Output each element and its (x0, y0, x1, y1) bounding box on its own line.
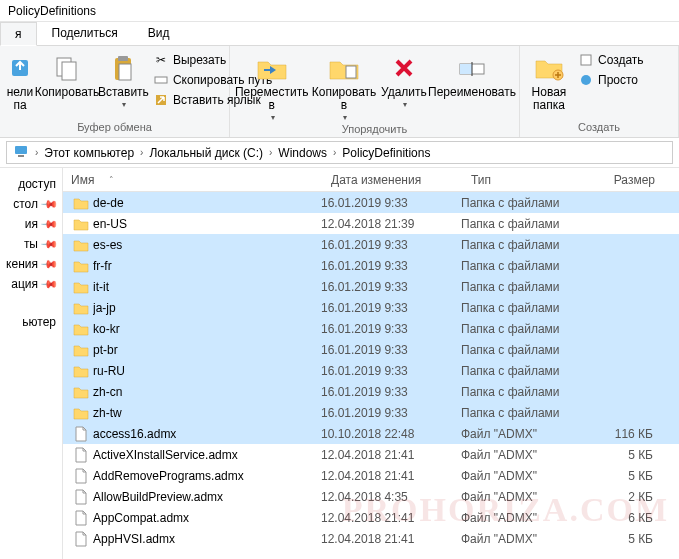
svg-rect-16 (18, 155, 24, 157)
file-type: Папка с файлами (461, 385, 591, 399)
crumb-2[interactable]: Windows (274, 146, 331, 160)
folder-row[interactable]: zh-tw16.01.2019 9:33Папка с файлами (63, 402, 679, 423)
copy-to-button[interactable]: Копировать в▾ (309, 48, 379, 123)
file-icon (73, 447, 89, 463)
breadcrumb[interactable]: › Этот компьютер › Локальный диск (C:) ›… (6, 141, 673, 164)
file-name: zh-tw (93, 406, 321, 420)
folder-row[interactable]: de-de16.01.2019 9:33Папка с файлами (63, 192, 679, 213)
file-icon (73, 489, 89, 505)
file-date: 16.01.2019 9:33 (321, 196, 461, 210)
file-row[interactable]: ActiveXInstallService.admx12.04.2018 21:… (63, 444, 679, 465)
file-date: 12.04.2018 21:41 (321, 511, 461, 525)
sort-asc-icon: ˄ (109, 175, 114, 185)
file-name: ko-kr (93, 322, 321, 336)
folder-row[interactable]: es-es16.01.2019 9:33Папка с файлами (63, 234, 679, 255)
file-name: zh-cn (93, 385, 321, 399)
col-size[interactable]: Размер (593, 173, 663, 187)
file-row[interactable]: AppCompat.admx12.04.2018 21:41Файл "ADMX… (63, 507, 679, 528)
chevron-right-icon[interactable]: › (138, 147, 145, 158)
file-row[interactable]: AppHVSI.admx12.04.2018 21:41Файл "ADMX"5… (63, 528, 679, 549)
nav-sidebar: доступ стол📌ия📌ты📌кения📌ация📌 ьютер (0, 168, 63, 559)
titlebar: PolicyDefinitions (0, 0, 679, 22)
file-type: Папка с файлами (461, 280, 591, 294)
pin-icon (4, 52, 36, 84)
folder-icon (73, 405, 89, 421)
folder-icon (73, 237, 89, 253)
folder-icon (73, 384, 89, 400)
crumb-0[interactable]: Этот компьютер (40, 146, 138, 160)
svg-rect-13 (581, 55, 591, 65)
sidebar-item[interactable]: ация📌 (0, 274, 62, 294)
new-item-icon (578, 52, 594, 68)
new-folder-button[interactable]: Новая папка (524, 48, 574, 112)
rename-icon (456, 52, 488, 84)
file-type: Файл "ADMX" (461, 448, 591, 462)
file-type: Папка с файлами (461, 406, 591, 420)
file-icon (73, 468, 89, 484)
col-name[interactable]: Имя ˄ (63, 173, 323, 187)
file-date: 12.04.2018 21:41 (321, 469, 461, 483)
file-list: Имя ˄ Дата изменения Тип Размер de-de16.… (63, 168, 679, 559)
file-name: ja-jp (93, 301, 321, 315)
quick-access-label[interactable]: доступ (0, 174, 62, 194)
file-date: 16.01.2019 9:33 (321, 406, 461, 420)
crumb-1[interactable]: Локальный диск (C:) (145, 146, 267, 160)
sidebar-item[interactable]: ия📌 (0, 214, 62, 234)
delete-button[interactable]: Удалить▾ (379, 48, 429, 110)
svg-rect-5 (119, 64, 131, 80)
folder-icon (73, 342, 89, 358)
this-pc-label[interactable]: ьютер (0, 312, 62, 332)
tab-home[interactable]: я (0, 22, 37, 46)
folder-row[interactable]: ko-kr16.01.2019 9:33Папка с файлами (63, 318, 679, 339)
file-type: Папка с файлами (461, 217, 591, 231)
file-size: 116 КБ (591, 427, 661, 441)
copy-button[interactable]: Копировать (36, 48, 98, 99)
svg-rect-8 (346, 66, 356, 78)
file-row[interactable]: access16.admx10.10.2018 22:48Файл "ADMX"… (63, 423, 679, 444)
crumb-3[interactable]: PolicyDefinitions (338, 146, 434, 160)
chevron-right-icon[interactable]: › (331, 147, 338, 158)
folder-row[interactable]: zh-cn16.01.2019 9:33Папка с файлами (63, 381, 679, 402)
folder-row[interactable]: ru-RU16.01.2019 9:33Папка с файлами (63, 360, 679, 381)
file-name: AppCompat.admx (93, 511, 321, 525)
file-type: Папка с файлами (461, 196, 591, 210)
shortcut-icon (153, 92, 169, 108)
copy-icon (51, 52, 83, 84)
tab-view[interactable]: Вид (133, 21, 185, 45)
file-date: 16.01.2019 9:33 (321, 238, 461, 252)
chevron-right-icon[interactable]: › (267, 147, 274, 158)
folder-row[interactable]: en-US12.04.2018 21:39Папка с файлами (63, 213, 679, 234)
rename-button[interactable]: Переименовать (429, 48, 515, 99)
sidebar-item[interactable]: кения📌 (0, 254, 62, 274)
col-date[interactable]: Дата изменения (323, 173, 463, 187)
folder-row[interactable]: fr-fr16.01.2019 9:33Папка с файлами (63, 255, 679, 276)
path-icon (153, 72, 169, 88)
sidebar-item[interactable]: ты📌 (0, 234, 62, 254)
new-item-button[interactable]: Создать (574, 50, 648, 70)
file-date: 16.01.2019 9:33 (321, 364, 461, 378)
file-date: 10.10.2018 22:48 (321, 427, 461, 441)
file-row[interactable]: AllowBuildPreview.admx12.04.2018 4:35Фай… (63, 486, 679, 507)
folder-row[interactable]: ja-jp16.01.2019 9:33Папка с файлами (63, 297, 679, 318)
easy-access-button[interactable]: Просто (574, 70, 648, 90)
file-date: 16.01.2019 9:33 (321, 343, 461, 357)
pin-icon: 📌 (39, 214, 58, 233)
pin-icon: 📌 (39, 194, 58, 213)
folder-row[interactable]: pt-br16.01.2019 9:33Папка с файлами (63, 339, 679, 360)
file-row[interactable]: AddRemovePrograms.admx12.04.2018 21:41Фа… (63, 465, 679, 486)
file-icon (73, 531, 89, 547)
paste-button[interactable]: Вставить▾ (98, 48, 149, 110)
copyto-icon (328, 52, 360, 84)
chevron-right-icon[interactable]: › (33, 147, 40, 158)
sidebar-item[interactable]: стол📌 (0, 194, 62, 214)
file-date: 16.01.2019 9:33 (321, 301, 461, 315)
col-type[interactable]: Тип (463, 173, 593, 187)
folder-row[interactable]: it-it16.01.2019 9:33Папка с файлами (63, 276, 679, 297)
folder-icon (73, 321, 89, 337)
file-type: Папка с файлами (461, 259, 591, 273)
pin-quickaccess-button[interactable]: нели па (4, 48, 36, 112)
tab-share[interactable]: Поделиться (37, 21, 133, 45)
folder-icon (73, 279, 89, 295)
file-size: 5 КБ (591, 448, 661, 462)
move-to-button[interactable]: Переместить в▾ (234, 48, 309, 123)
